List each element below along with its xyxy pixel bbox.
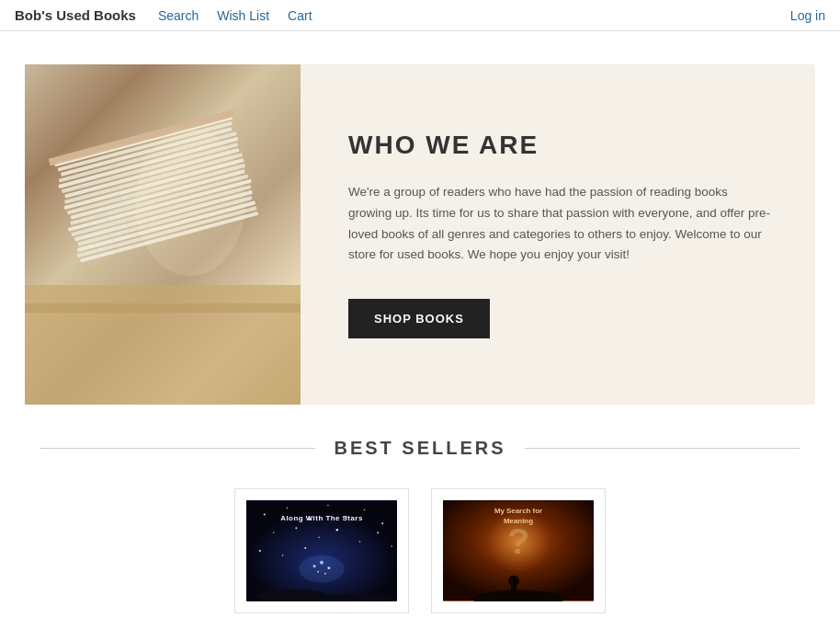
- svg-text:My Search for: My Search for: [494, 507, 542, 515]
- nav-search[interactable]: Search: [158, 8, 199, 23]
- nav-wishlist[interactable]: Wish List: [217, 8, 269, 23]
- svg-point-45: [313, 565, 316, 567]
- svg-point-34: [273, 532, 275, 533]
- svg-rect-1: [25, 303, 301, 313]
- svg-point-42: [282, 555, 284, 556]
- svg-point-32: [364, 509, 366, 511]
- svg-text:?: ?: [507, 520, 529, 561]
- site-brand[interactable]: Bob's Used Books: [15, 7, 136, 23]
- svg-point-58: [508, 576, 519, 587]
- login-link[interactable]: Log in: [790, 8, 825, 23]
- svg-point-49: [324, 573, 326, 575]
- svg-point-37: [336, 529, 338, 531]
- svg-point-38: [359, 541, 361, 543]
- navbar: Bob's Used Books Search Wish List Cart L…: [0, 0, 840, 31]
- svg-point-30: [327, 505, 329, 507]
- svg-point-33: [381, 522, 383, 524]
- svg-point-27: [264, 513, 266, 515]
- best-sellers-header: BEST SELLERS: [40, 438, 800, 459]
- svg-point-46: [320, 561, 324, 565]
- svg-point-28: [287, 508, 289, 509]
- svg-rect-0: [25, 285, 301, 405]
- divider-left: [40, 448, 315, 449]
- hero-image: [25, 64, 301, 405]
- best-sellers-section: BEST SELLERS: [25, 438, 815, 629]
- svg-point-43: [304, 547, 306, 549]
- hero-title: WHO WE ARE: [348, 131, 771, 160]
- book-cover-2: ? My Search for Meaning: [443, 500, 594, 601]
- book-card-2[interactable]: ? My Search for Meaning: [431, 488, 606, 613]
- book-cover-1: Along With The Stars: [246, 500, 397, 601]
- hero-description: We're a group of readers who have had th…: [348, 182, 771, 267]
- books-grid: Along With The Stars: [40, 488, 800, 613]
- book-card-1[interactable]: Along With The Stars: [234, 488, 409, 613]
- svg-point-41: [259, 550, 261, 552]
- shop-books-button[interactable]: SHOP BOOKS: [348, 299, 490, 338]
- best-sellers-title: BEST SELLERS: [315, 438, 524, 459]
- divider-right: [525, 448, 800, 449]
- hero-section: WHO WE ARE We're a group of readers who …: [25, 64, 815, 405]
- svg-point-40: [391, 545, 392, 547]
- svg-point-44: [299, 555, 344, 583]
- svg-text:Meaning: Meaning: [504, 517, 533, 525]
- svg-point-47: [327, 566, 330, 569]
- nav-links: Search Wish List Cart: [158, 8, 312, 23]
- svg-point-39: [377, 532, 379, 533]
- svg-point-35: [295, 527, 297, 529]
- svg-point-36: [318, 536, 320, 538]
- nav-cart[interactable]: Cart: [288, 8, 312, 23]
- svg-point-25: [135, 129, 245, 276]
- svg-point-48: [317, 571, 319, 573]
- hero-content: WHO WE ARE We're a group of readers who …: [301, 64, 815, 405]
- svg-text:Along With The Stars: Along With The Stars: [280, 514, 363, 522]
